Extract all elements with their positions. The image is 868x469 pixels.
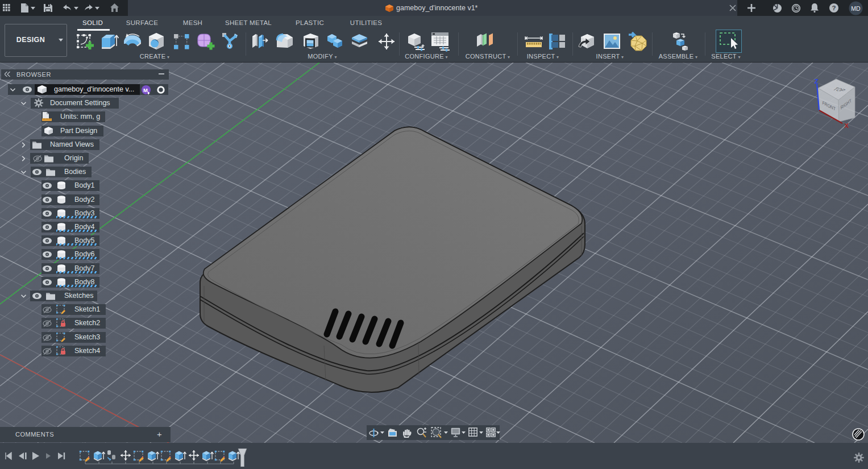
svg-text:MD: MD (851, 5, 861, 12)
svg-text:M: M (143, 87, 148, 93)
svg-text:Z: Z (814, 78, 818, 85)
svg-text:?: ? (832, 5, 836, 11)
svg-text:X: X (844, 122, 849, 129)
